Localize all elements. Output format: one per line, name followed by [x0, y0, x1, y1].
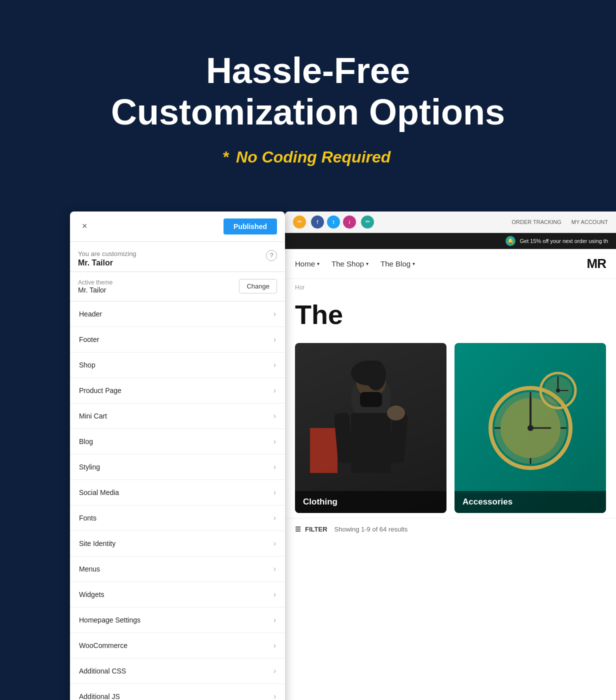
- svg-point-7: [387, 406, 405, 420]
- hero-subtitle-prefix: *: [222, 148, 228, 166]
- hero-subtitle-text: No Coding Required: [236, 148, 390, 166]
- hero-title-line1: Hassle-Free: [206, 50, 410, 90]
- svg-rect-8: [360, 392, 382, 407]
- chevron-right-icon: ›: [274, 437, 276, 446]
- menu-item-additional-js[interactable]: Additional JS ›: [70, 684, 285, 700]
- menu-item-footer[interactable]: Footer ›: [70, 327, 285, 352]
- person-silhouette: [316, 358, 426, 498]
- customizing-label: You are customizing: [78, 250, 136, 258]
- hero-subtitle: * No Coding Required: [20, 148, 596, 166]
- menu-item-header[interactable]: Header ›: [70, 302, 285, 327]
- chevron-right-icon: ›: [274, 641, 276, 650]
- menu-item-label: Fonts: [79, 514, 96, 522]
- menu-item-label: Widgets: [79, 590, 104, 598]
- menu-item-label: Blog: [79, 438, 93, 446]
- change-theme-button[interactable]: Change: [239, 279, 277, 294]
- promo-banner: 🔔 Get 15% off your next order using th: [285, 233, 616, 249]
- menu-item-menus[interactable]: Menus ›: [70, 556, 285, 582]
- customizing-name: Mr. Tailor: [78, 258, 136, 268]
- chevron-right-icon: ›: [274, 666, 276, 676]
- shop-title: The: [295, 301, 606, 328]
- filter-bar: ☰ FILTER Showing 1-9 of 64 results: [285, 518, 616, 540]
- nav-shop[interactable]: The Shop ▾: [332, 260, 368, 268]
- filter-results: Showing 1-9 of 64 results: [334, 526, 408, 533]
- my-account-link[interactable]: MY ACCOUNT: [572, 219, 608, 225]
- menu-item-label: WooCommerce: [79, 642, 128, 650]
- chevron-right-icon: ›: [274, 386, 276, 395]
- menu-item-label: Homepage Settings: [79, 616, 140, 624]
- site-logo: MR: [587, 256, 606, 272]
- topbar-links: ORDER TRACKING MY ACCOUNT: [512, 219, 608, 225]
- promo-text: Get 15% off your next order using th: [520, 238, 608, 244]
- hero-title-line2: Customization Options: [111, 92, 505, 132]
- chevron-right-icon: ›: [274, 310, 276, 318]
- preview-topbar: ✏ f t i ✏ ORDER TRACKING MY ACCOUNT: [285, 212, 616, 233]
- website-preview: ✏ f t i ✏ ORDER TRACKING MY ACCOUNT 🔔 Ge…: [285, 212, 616, 700]
- menu-item-styling[interactable]: Styling ›: [70, 454, 285, 480]
- menu-item-product-page[interactable]: Product Page ›: [70, 378, 285, 404]
- svg-point-3: [366, 360, 386, 390]
- menu-item-blog[interactable]: Blog ›: [70, 429, 285, 454]
- chevron-right-icon: ›: [274, 564, 276, 574]
- chevron-right-icon: ›: [274, 539, 276, 548]
- customizer-subheader: You are customizing Mr. Tailor ?: [70, 242, 285, 272]
- menu-item-label: Additional CSS: [79, 667, 126, 675]
- nav-home[interactable]: Home ▾: [295, 260, 320, 268]
- menu-item-homepage-settings[interactable]: Homepage Settings ›: [70, 608, 285, 633]
- hero-title: Hassle-Free Customization Options: [20, 50, 596, 133]
- menu-item-label: Mini Cart: [79, 412, 107, 420]
- menu-item-widgets[interactable]: Widgets ›: [70, 582, 285, 608]
- chevron-right-icon: ›: [274, 692, 276, 700]
- menu-item-additional-css[interactable]: Additional CSS ›: [70, 658, 285, 684]
- menu-item-shop[interactable]: Shop ›: [70, 352, 285, 378]
- chevron-right-icon: ›: [274, 488, 276, 497]
- order-tracking-link[interactable]: ORDER TRACKING: [512, 219, 561, 225]
- menu-item-social-media[interactable]: Social Media ›: [70, 480, 285, 506]
- promo-icon: 🔔: [506, 236, 516, 246]
- menu-item-woocommerce[interactable]: WooCommerce ›: [70, 633, 285, 658]
- menu-item-fonts[interactable]: Fonts ›: [70, 506, 285, 531]
- theme-name: Mr. Tailor: [78, 286, 112, 294]
- clock-visual: [480, 363, 580, 493]
- menu-item-label: Additional JS: [79, 692, 120, 700]
- menu-item-label: Header: [79, 310, 102, 318]
- close-button[interactable]: ×: [78, 220, 92, 232]
- chevron-right-icon: ›: [274, 360, 276, 370]
- hero-section: Hassle-Free Customization Options * No C…: [0, 0, 616, 196]
- svg-rect-4: [351, 413, 391, 473]
- chevron-right-icon: ›: [274, 335, 276, 344]
- active-theme-label: Active theme: [78, 279, 112, 286]
- customizer-panel: × Published You are customizing Mr. Tail…: [70, 212, 285, 700]
- edit-pencil-icon[interactable]: ✏: [293, 216, 306, 228]
- nav-links: Home ▾ The Shop ▾ The Blog ▾: [295, 260, 415, 268]
- svg-point-18: [528, 425, 534, 431]
- filter-button[interactable]: ☰ FILTER: [295, 526, 328, 533]
- accessories-product-card[interactable]: Accessories: [454, 343, 606, 513]
- chevron-right-icon: ›: [274, 412, 276, 420]
- twitter-icon[interactable]: t: [327, 216, 340, 228]
- svg-rect-5: [334, 412, 353, 463]
- breadcrumb: Hor: [285, 279, 616, 296]
- theme-labels: Active theme Mr. Tailor: [78, 279, 112, 294]
- menu-item-label: Site Identity: [79, 540, 116, 548]
- facebook-icon[interactable]: f: [311, 216, 324, 228]
- menu-item-label: Product Page: [79, 386, 122, 394]
- teal-edit-icon[interactable]: ✏: [361, 216, 374, 228]
- filter-lines-icon: ☰: [295, 526, 301, 533]
- chevron-right-icon: ›: [274, 590, 276, 599]
- clothing-product-card[interactable]: Clothing: [295, 343, 446, 513]
- home-chevron-icon: ▾: [317, 261, 320, 266]
- help-icon[interactable]: ?: [266, 250, 277, 261]
- social-icons: f t i: [311, 216, 356, 228]
- instagram-icon[interactable]: i: [343, 216, 356, 228]
- theme-section: Active theme Mr. Tailor Change: [70, 272, 285, 302]
- menu-item-label: Styling: [79, 463, 100, 471]
- menu-item-site-identity[interactable]: Site Identity ›: [70, 531, 285, 556]
- svg-point-23: [556, 388, 560, 392]
- menu-item-label: Footer: [79, 336, 99, 344]
- main-content: × Published You are customizing Mr. Tail…: [0, 196, 616, 700]
- published-button[interactable]: Published: [224, 218, 277, 234]
- menu-item-mini-cart[interactable]: Mini Cart ›: [70, 404, 285, 429]
- nav-blog[interactable]: The Blog ▾: [380, 260, 415, 268]
- menu-items-list: Header › Footer › Shop › Product Page › …: [70, 302, 285, 700]
